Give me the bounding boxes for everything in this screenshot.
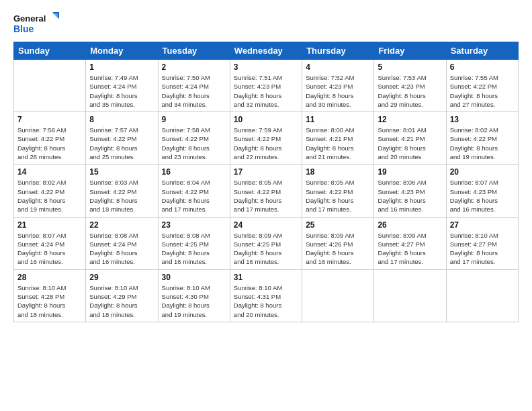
calendar-cell: 10Sunrise: 7:59 AM Sunset: 4:22 PM Dayli… <box>230 112 302 165</box>
calendar-cell: 22Sunrise: 8:08 AM Sunset: 4:24 PM Dayli… <box>86 217 158 269</box>
calendar-cell: 31Sunrise: 8:10 AM Sunset: 4:31 PM Dayli… <box>230 269 302 322</box>
cell-content: Sunrise: 8:04 AM Sunset: 4:22 PM Dayligh… <box>162 178 226 214</box>
day-header-tuesday: Tuesday <box>158 42 230 60</box>
cell-content: Sunrise: 8:09 AM Sunset: 4:27 PM Dayligh… <box>378 231 442 267</box>
calendar-cell: 28Sunrise: 8:10 AM Sunset: 4:28 PM Dayli… <box>14 269 86 322</box>
cell-content: Sunrise: 8:08 AM Sunset: 4:25 PM Dayligh… <box>162 231 226 267</box>
calendar-week-3: 14Sunrise: 8:02 AM Sunset: 4:22 PM Dayli… <box>14 165 519 217</box>
calendar-cell <box>302 269 374 322</box>
cell-content: Sunrise: 8:10 AM Sunset: 4:27 PM Dayligh… <box>450 231 515 267</box>
day-number: 22 <box>89 220 154 230</box>
calendar-cell: 19Sunrise: 8:06 AM Sunset: 4:23 PM Dayli… <box>374 165 446 217</box>
logo: General Blue <box>13 11 60 36</box>
day-number: 13 <box>450 115 515 124</box>
calendar-week-2: 7Sunrise: 7:56 AM Sunset: 4:22 PM Daylig… <box>14 112 519 165</box>
cell-content: Sunrise: 8:09 AM Sunset: 4:26 PM Dayligh… <box>306 231 370 267</box>
day-number: 21 <box>17 220 82 230</box>
cell-content: Sunrise: 7:57 AM Sunset: 4:22 PM Dayligh… <box>89 126 154 161</box>
cell-content: Sunrise: 8:06 AM Sunset: 4:23 PM Dayligh… <box>378 178 442 214</box>
cell-content: Sunrise: 8:10 AM Sunset: 4:30 PM Dayligh… <box>162 283 226 319</box>
day-number: 10 <box>234 115 298 124</box>
day-number: 3 <box>234 62 298 72</box>
calendar-cell: 15Sunrise: 8:03 AM Sunset: 4:22 PM Dayli… <box>86 165 158 217</box>
calendar-cell: 21Sunrise: 8:07 AM Sunset: 4:24 PM Dayli… <box>14 217 86 269</box>
cell-content: Sunrise: 8:05 AM Sunset: 4:22 PM Dayligh… <box>234 178 298 214</box>
day-number: 17 <box>234 167 298 177</box>
calendar-cell: 30Sunrise: 8:10 AM Sunset: 4:30 PM Dayli… <box>158 269 230 322</box>
day-number: 6 <box>450 62 515 72</box>
day-header-saturday: Saturday <box>446 42 518 60</box>
svg-marker-2 <box>52 13 58 19</box>
calendar-week-5: 28Sunrise: 8:10 AM Sunset: 4:28 PM Dayli… <box>14 269 519 322</box>
calendar-cell: 3Sunrise: 7:51 AM Sunset: 4:23 PM Daylig… <box>230 60 302 112</box>
cell-content: Sunrise: 8:03 AM Sunset: 4:22 PM Dayligh… <box>89 178 154 214</box>
cell-content: Sunrise: 7:52 AM Sunset: 4:23 PM Dayligh… <box>306 73 370 109</box>
day-number: 25 <box>306 220 370 230</box>
calendar-header-row: SundayMondayTuesdayWednesdayThursdayFrid… <box>14 42 519 60</box>
day-number: 24 <box>234 220 298 230</box>
cell-content: Sunrise: 8:01 AM Sunset: 4:21 PM Dayligh… <box>378 126 442 161</box>
day-header-wednesday: Wednesday <box>230 42 302 60</box>
day-number: 26 <box>378 220 442 230</box>
calendar-cell: 13Sunrise: 8:02 AM Sunset: 4:22 PM Dayli… <box>446 112 518 165</box>
day-number: 8 <box>89 115 154 124</box>
day-header-thursday: Thursday <box>302 42 374 60</box>
day-header-monday: Monday <box>86 42 158 60</box>
day-number: 4 <box>306 62 370 72</box>
cell-content: Sunrise: 8:08 AM Sunset: 4:24 PM Dayligh… <box>89 231 154 267</box>
day-number: 30 <box>162 273 226 282</box>
cell-content: Sunrise: 8:02 AM Sunset: 4:22 PM Dayligh… <box>450 126 515 161</box>
cell-content: Sunrise: 8:05 AM Sunset: 4:22 PM Dayligh… <box>306 178 370 214</box>
day-number: 9 <box>162 115 226 124</box>
calendar-cell: 1Sunrise: 7:49 AM Sunset: 4:24 PM Daylig… <box>86 60 158 112</box>
calendar-cell: 12Sunrise: 8:01 AM Sunset: 4:21 PM Dayli… <box>374 112 446 165</box>
svg-text:Blue: Blue <box>13 24 34 34</box>
day-header-friday: Friday <box>374 42 446 60</box>
day-number: 1 <box>89 62 154 72</box>
cell-content: Sunrise: 7:53 AM Sunset: 4:23 PM Dayligh… <box>378 73 442 109</box>
calendar-week-4: 21Sunrise: 8:07 AM Sunset: 4:24 PM Dayli… <box>14 217 519 269</box>
calendar-cell: 2Sunrise: 7:50 AM Sunset: 4:24 PM Daylig… <box>158 60 230 112</box>
cell-content: Sunrise: 8:00 AM Sunset: 4:21 PM Dayligh… <box>306 126 370 161</box>
calendar-cell: 24Sunrise: 8:09 AM Sunset: 4:25 PM Dayli… <box>230 217 302 269</box>
cell-content: Sunrise: 7:56 AM Sunset: 4:22 PM Dayligh… <box>17 126 82 161</box>
calendar-cell: 18Sunrise: 8:05 AM Sunset: 4:22 PM Dayli… <box>302 165 374 217</box>
calendar-cell: 9Sunrise: 7:58 AM Sunset: 4:22 PM Daylig… <box>158 112 230 165</box>
calendar-cell <box>14 60 86 112</box>
calendar-cell: 6Sunrise: 7:55 AM Sunset: 4:22 PM Daylig… <box>446 60 518 112</box>
day-number: 5 <box>378 62 442 72</box>
day-number: 15 <box>89 167 154 177</box>
calendar-cell: 17Sunrise: 8:05 AM Sunset: 4:22 PM Dayli… <box>230 165 302 217</box>
cell-content: Sunrise: 8:02 AM Sunset: 4:22 PM Dayligh… <box>17 178 82 214</box>
calendar-cell: 14Sunrise: 8:02 AM Sunset: 4:22 PM Dayli… <box>14 165 86 217</box>
cell-content: Sunrise: 8:10 AM Sunset: 4:28 PM Dayligh… <box>17 283 82 319</box>
calendar-cell: 8Sunrise: 7:57 AM Sunset: 4:22 PM Daylig… <box>86 112 158 165</box>
calendar-cell: 26Sunrise: 8:09 AM Sunset: 4:27 PM Dayli… <box>374 217 446 269</box>
calendar-cell: 16Sunrise: 8:04 AM Sunset: 4:22 PM Dayli… <box>158 165 230 217</box>
day-number: 7 <box>17 115 82 124</box>
calendar-cell: 27Sunrise: 8:10 AM Sunset: 4:27 PM Dayli… <box>446 217 518 269</box>
cell-content: Sunrise: 7:51 AM Sunset: 4:23 PM Dayligh… <box>234 73 298 109</box>
day-number: 31 <box>234 273 298 282</box>
day-number: 23 <box>162 220 226 230</box>
day-number: 16 <box>162 167 226 177</box>
day-number: 2 <box>162 62 226 72</box>
cell-content: Sunrise: 7:50 AM Sunset: 4:24 PM Dayligh… <box>162 73 226 109</box>
header: General Blue <box>13 11 519 36</box>
day-number: 14 <box>17 167 82 177</box>
cell-content: Sunrise: 8:10 AM Sunset: 4:29 PM Dayligh… <box>89 283 154 319</box>
day-number: 19 <box>378 167 442 177</box>
cell-content: Sunrise: 8:07 AM Sunset: 4:24 PM Dayligh… <box>17 231 82 267</box>
day-number: 27 <box>450 220 515 230</box>
day-number: 20 <box>450 167 515 177</box>
calendar-cell: 4Sunrise: 7:52 AM Sunset: 4:23 PM Daylig… <box>302 60 374 112</box>
cell-content: Sunrise: 8:10 AM Sunset: 4:31 PM Dayligh… <box>234 283 298 319</box>
day-number: 12 <box>378 115 442 124</box>
day-number: 18 <box>306 167 370 177</box>
page: General Blue SundayMondayTuesdayWednesda… <box>0 0 532 411</box>
day-number: 28 <box>17 273 82 282</box>
cell-content: Sunrise: 8:07 AM Sunset: 4:23 PM Dayligh… <box>450 178 515 214</box>
calendar-cell: 11Sunrise: 8:00 AM Sunset: 4:21 PM Dayli… <box>302 112 374 165</box>
calendar-cell <box>446 269 518 322</box>
cell-content: Sunrise: 7:59 AM Sunset: 4:22 PM Dayligh… <box>234 126 298 161</box>
